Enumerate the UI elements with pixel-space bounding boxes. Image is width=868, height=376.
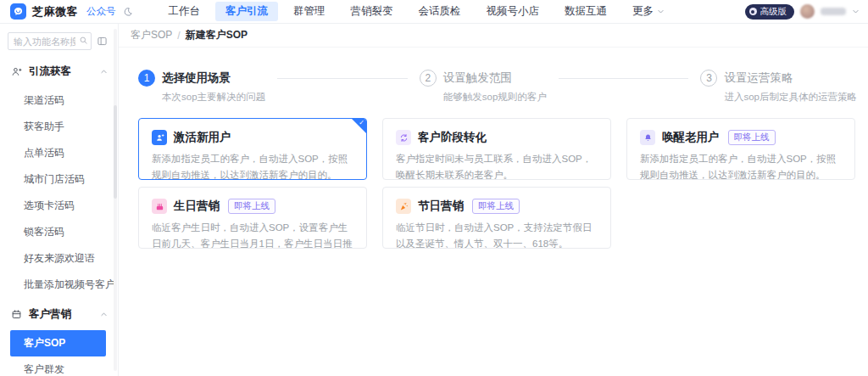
step-title: 设置触发范围 [443,70,547,87]
sidebar-item-friend-source-welcome[interactable]: 好友来源欢迎语 [0,245,118,272]
step-subtitle: 本次sop主要解决的问题 [162,91,265,104]
user-name-redacted [821,8,846,15]
sidebar-item-customer-broadcast[interactable]: 客户群发 [0,356,118,376]
top-bar: 芝麻微客 公众号 工作台 客户引流 群管理 营销裂变 会话质检 视频号小店 数据… [0,0,868,24]
card-title: 生日营销 [174,199,220,214]
nav-item-video-shop[interactable]: 视频号小店 [476,2,550,21]
sidebar-search [8,32,92,50]
main-content: 客户SOP / 新建客户SOP 1 选择使用场景 本次sop主要解决的问题 [119,24,868,376]
step-number: 3 [700,70,717,87]
chevron-up-icon [100,68,108,76]
sidebar: 引流获客 渠道活码 获客助手 点单活码 城市门店活码 选项卡活码 锁客活码 好友… [0,24,119,376]
scenario-cards: ✓ 激活新用户 新添加指定员工的客户，自动进入SOP，按照规则自动推送，以达到激… [138,118,856,249]
medal-icon [749,8,757,15]
step-1-choose-scenario: 1 选择使用场景 本次sop主要解决的问题 [138,70,265,104]
bell-icon [640,130,655,145]
card-description: 临近节日时，自动进入SOP，支持法定节假日以及圣诞节、情人节、双十一、618等。 [396,220,598,249]
step-number: 1 [138,70,155,87]
plan-badge[interactable]: 高级版 [745,4,795,20]
user-activate-icon [152,130,167,145]
step-2-trigger-scope: 2 设置触发范围 能够触发sop规则的客户 [420,70,547,104]
card-description: 新添加指定员工的客户，自动进入SOP，按照规则自动推送，以达到激活新客户的目的。 [152,151,353,180]
card-activate-new-users[interactable]: ✓ 激活新用户 新添加指定员工的客户，自动进入SOP，按照规则自动推送，以达到激… [138,118,367,180]
check-icon: ✓ [359,119,364,127]
step-3-operation-strategy: 3 设置运营策略 进入sop后制定具体的运营策略 [700,70,857,104]
chevron-up-icon [100,311,108,318]
card-festival-marketing[interactable]: 节日营销 即将上线 临近节日时，自动进入SOP，支持法定节假日以及圣诞节、情人节… [382,187,611,249]
nav-item-marketing-fission[interactable]: 营销裂变 [341,2,403,21]
sidebar-section-acquisition[interactable]: 引流获客 [0,55,118,87]
sidebar-scrollbar[interactable] [114,29,117,371]
sidebar-item-tab-qr[interactable]: 选项卡活码 [0,193,118,219]
app-window: 芝麻微客 公众号 工作台 客户引流 群管理 营销裂变 会话质检 视频号小店 数据… [0,0,868,376]
stepper: 1 选择使用场景 本次sop主要解决的问题 2 设置触发范围 能够触发sop规则… [138,70,857,104]
breadcrumb-separator: / [177,30,180,42]
step-connector [277,78,408,79]
chevron-down-icon [657,8,665,15]
step-title: 设置运营策略 [724,70,857,87]
card-wake-old-users[interactable]: 唤醒老用户 即将上线 新添加指定员工的客户，自动进入SOP，按照规则自动推送，以… [626,118,855,180]
brand-logo-icon [10,3,26,20]
sidebar-item-customer-sop[interactable]: 客户SOP [10,330,106,356]
section-title: 客户营销 [29,307,93,322]
card-title: 激活新用户 [174,130,231,145]
sidebar-item-batch-add-video-customers[interactable]: 批量添加视频号客户 [0,272,118,298]
nav-item-group-management[interactable]: 群管理 [283,2,336,21]
step-title: 选择使用场景 [162,70,265,87]
brand-name: 芝麻微客 [32,4,78,20]
nav-item-data-interchange[interactable]: 数据互通 [554,2,617,21]
sidebar-item-lock-customer-qr[interactable]: 锁客活码 [0,219,118,245]
stage-convert-icon [396,130,411,145]
sidebar-item-channel-qr[interactable]: 渠道活码 [0,87,118,114]
avatar[interactable] [800,4,815,19]
card-title: 唤醒老用户 [662,130,720,145]
nav-item-chat-inspection[interactable]: 会话质检 [409,2,471,21]
collapse-sidebar-icon[interactable] [97,36,108,47]
top-nav: 工作台 客户引流 群管理 营销裂变 会话质检 视频号小店 数据互通 更多 [159,2,676,21]
nav-item-workbench[interactable]: 工作台 [159,2,211,21]
card-description: 客户指定时间未与员工联系，自动进入SOP，唤醒长期未联系的老客户。 [396,151,598,180]
step-subtitle: 能够触发sop规则的客户 [443,91,547,104]
user-menu-chevron-down-icon[interactable] [852,8,860,15]
card-birthday-marketing[interactable]: 生日营销 即将上线 临近客户生日时，自动进入SOP，设置客户生日前几天、客户生日… [138,187,367,249]
breadcrumb-parent[interactable]: 客户SOP [131,28,172,42]
nav-item-more[interactable]: 更多 [622,2,675,21]
card-title: 客户阶段转化 [418,130,487,145]
card-title: 节日营销 [418,199,464,214]
dark-mode-moon-icon[interactable] [123,7,133,17]
sidebar-item-order-qr[interactable]: 点单活码 [0,140,118,166]
coming-soon-badge: 即将上线 [728,130,776,145]
sidebar-section-customer-marketing[interactable]: 客户营销 [0,298,118,330]
nav-item-customer-acquisition[interactable]: 客户引流 [215,2,278,21]
step-connector [559,78,689,79]
calendar-icon [11,309,22,320]
step-number: 2 [420,70,437,87]
step-subtitle: 进入sop后制定具体的运营策略 [724,91,857,104]
card-description: 新添加指定员工的客户，自动进入SOP，按照规则自动推送，以达到激活新客户的目的。 [640,151,842,180]
coming-soon-badge: 即将上线 [228,199,275,214]
user-add-icon [11,66,22,77]
brand-tag[interactable]: 公众号 [86,5,116,18]
cake-icon [152,199,167,214]
breadcrumb-current: 新建客户SOP [186,28,248,42]
search-icon [79,36,88,48]
card-customer-stage-conversion[interactable]: 客户阶段转化 客户指定时间未与员工联系，自动进入SOP，唤醒长期未联系的老客户。 [382,118,611,180]
breadcrumb: 客户SOP / 新建客户SOP [119,24,868,48]
coming-soon-badge: 即将上线 [472,199,520,214]
card-description: 临近客户生日时，自动进入SOP，设置客户生日前几天、客户生日当月1日，客户生日当… [152,220,353,249]
top-right-controls: 高级版 [745,4,860,20]
sidebar-item-acquisition-assistant[interactable]: 获客助手 [0,114,118,140]
party-popper-icon [396,199,411,214]
sidebar-item-city-store-qr[interactable]: 城市门店活码 [0,166,118,193]
section-title: 引流获客 [29,65,93,79]
